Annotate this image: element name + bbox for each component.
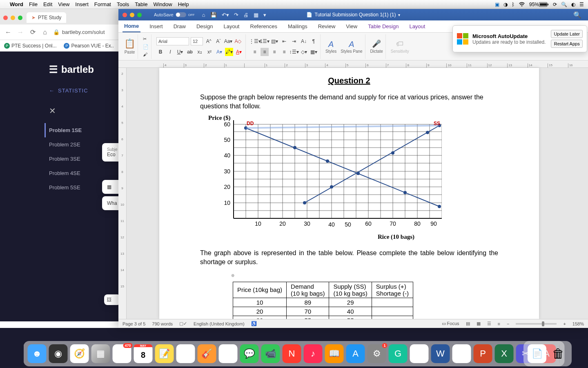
dock-app-launchpad[interactable]: ▦ (91, 344, 110, 363)
tab-table-layout[interactable]: Layout (408, 21, 427, 32)
data-table[interactable]: Price (10kg bag) Demand(10 kg bags) Supp… (233, 282, 413, 319)
draft-icon[interactable]: ≡ (498, 321, 500, 326)
teamviewer-status-icon[interactable]: ▣ (495, 2, 499, 7)
dock-app-teamviewer[interactable]: ↔ (410, 344, 429, 363)
borders-icon[interactable]: ▦▾ (310, 48, 318, 56)
sort-icon[interactable]: A↓ (300, 37, 308, 45)
dock-app-excel[interactable]: X (495, 344, 514, 363)
dock-app-facetime[interactable]: 📹 (261, 344, 280, 363)
menu-view[interactable]: View (58, 1, 69, 7)
restart-apps-button[interactable]: Restart Apps (551, 40, 583, 48)
highlight-icon[interactable]: 🖍▾ (225, 48, 233, 56)
table-row[interactable]: 207040 (233, 307, 413, 316)
change-case-icon[interactable]: Aa▾ (224, 37, 232, 45)
clear-format-icon[interactable]: A◇ (234, 37, 242, 45)
outline-icon[interactable]: ☰ (487, 321, 491, 326)
dock-app-notes[interactable]: 📝 (155, 344, 174, 363)
home-button[interactable]: ⌂ (41, 28, 49, 36)
tab-table-design[interactable]: Table Design (366, 21, 400, 32)
dock-app-downloads[interactable]: 📄 (528, 344, 546, 363)
shrink-font-icon[interactable]: Aˇ (214, 37, 223, 45)
autosave-toggle[interactable]: AutoSave OFF (154, 12, 195, 17)
qat-more-icon[interactable]: ▾ (263, 12, 266, 18)
dock-app-music[interactable]: ♪ (304, 344, 323, 363)
bold-button[interactable]: B (156, 48, 165, 56)
dock-app-powerpoint[interactable]: P (474, 344, 492, 363)
undo-icon[interactable]: ↶▾ (222, 12, 229, 18)
menu-tools[interactable]: Tools (117, 1, 129, 7)
spell-check-icon[interactable]: ▢✓ (179, 321, 187, 326)
update-later-button[interactable]: Update Later (551, 30, 583, 38)
tab-layout[interactable]: Layout (222, 21, 241, 32)
control-center-icon[interactable]: ◐ (571, 2, 575, 7)
customize-icon[interactable]: ▦ (254, 12, 258, 18)
dock-app-books[interactable]: 📖 (325, 344, 344, 363)
tab-draw[interactable]: Draw (172, 21, 187, 32)
close-icon[interactable] (122, 13, 127, 17)
search-icon[interactable]: 🔍 (573, 11, 581, 19)
dock-app-trash[interactable]: 🗑 (549, 344, 568, 363)
dock-app-settings[interactable]: ⚙1 (368, 344, 386, 363)
multilevel-icon[interactable]: ▤▾ (270, 37, 278, 45)
document-page[interactable]: Question 2 Suppose the graph below repre… (159, 68, 539, 319)
horizontal-ruler[interactable]: 432112345678910111213141516 (118, 61, 588, 68)
dock-app-safari[interactable]: 🧭 (70, 344, 89, 363)
dock-app-chrome[interactable]: ◉ (452, 344, 471, 363)
justify-icon[interactable]: ≡ (280, 48, 288, 56)
minimize-icon[interactable] (130, 13, 134, 17)
minimize-window-icon[interactable] (11, 16, 15, 20)
accessibility-icon[interactable]: ♿ (251, 321, 257, 326)
dock-app-photos[interactable]: ✿ (219, 344, 238, 363)
table-row[interactable]: 305555 (233, 316, 413, 319)
back-button[interactable]: ← (4, 28, 12, 36)
menu-extras-icon[interactable]: ☰ (579, 2, 584, 7)
browser-traffic-lights[interactable] (3, 16, 22, 20)
dock-app-garageband[interactable]: 🎸 (198, 344, 216, 363)
menu-insert[interactable]: Insert (75, 1, 89, 7)
app-name[interactable]: Word (10, 1, 23, 7)
strikethrough-button[interactable]: ab (186, 48, 194, 56)
menu-format[interactable]: Format (94, 1, 111, 7)
reload-button[interactable]: ⟳ (29, 28, 37, 36)
bluetooth-icon[interactable]: ᛒ (512, 2, 514, 7)
font-size-select[interactable]: 12 (191, 37, 203, 45)
indent-right-icon[interactable]: ⇥ (290, 37, 298, 45)
page-indicator[interactable]: Page 3 of 5 (122, 321, 145, 326)
dock-app-appstore[interactable]: A (346, 344, 365, 363)
menu-help[interactable]: Help (178, 1, 189, 7)
browser-tab[interactable]: ➤ PTE Study (27, 12, 66, 23)
language-indicator[interactable]: English (United Kingdom) (194, 321, 245, 326)
zoom-level[interactable]: 158% (572, 321, 584, 326)
focus-mode[interactable]: ▭ Focus (442, 321, 459, 326)
superscript-button[interactable]: x² (205, 48, 214, 56)
forward-button[interactable]: → (16, 28, 24, 36)
vertical-ruler[interactable]: 23456789101112131415 (118, 68, 127, 319)
copy-icon[interactable]: 📄 (143, 44, 149, 49)
dock-app-word[interactable]: W (431, 344, 450, 363)
show-marks-icon[interactable]: ¶ (310, 37, 318, 45)
align-right-icon[interactable]: ≡ (270, 48, 278, 56)
dock-app-siri[interactable]: ◉ (49, 344, 68, 363)
tab-view[interactable]: View (344, 21, 359, 32)
tab-mailings[interactable]: Mailings (286, 21, 309, 32)
close-window-icon[interactable] (3, 16, 8, 20)
zoom-in-button[interactable]: + (563, 321, 566, 326)
redo-icon[interactable]: ↷ (234, 12, 238, 18)
address-bar[interactable]: 🔒 bartleby.com/solut (53, 29, 105, 35)
align-left-icon[interactable]: ≡ (251, 48, 259, 56)
tab-insert[interactable]: Insert (148, 21, 165, 32)
print-layout-icon[interactable]: ▤ (466, 321, 470, 326)
sync-icon[interactable]: ⟳ (553, 2, 557, 7)
dock-app-news[interactable]: N (283, 344, 301, 363)
italic-button[interactable]: I (166, 48, 174, 56)
bookmark-pte[interactable]: PPTE Success | Onl... (4, 43, 56, 49)
menu-file[interactable]: File (29, 1, 38, 7)
dock-app-reminders[interactable]: ☰ (176, 344, 195, 363)
fullscreen-icon[interactable] (137, 13, 142, 17)
dock-app-messages[interactable]: 💬 (240, 344, 259, 363)
tab-design[interactable]: Design (195, 21, 214, 32)
dock-app-calendar[interactable]: MAY8 (134, 344, 153, 363)
bookmark-pearson[interactable]: PPearson VUE - Ex.. (64, 43, 114, 49)
word-traffic-lights[interactable] (122, 13, 142, 17)
font-color-icon[interactable]: A▾ (235, 48, 243, 56)
